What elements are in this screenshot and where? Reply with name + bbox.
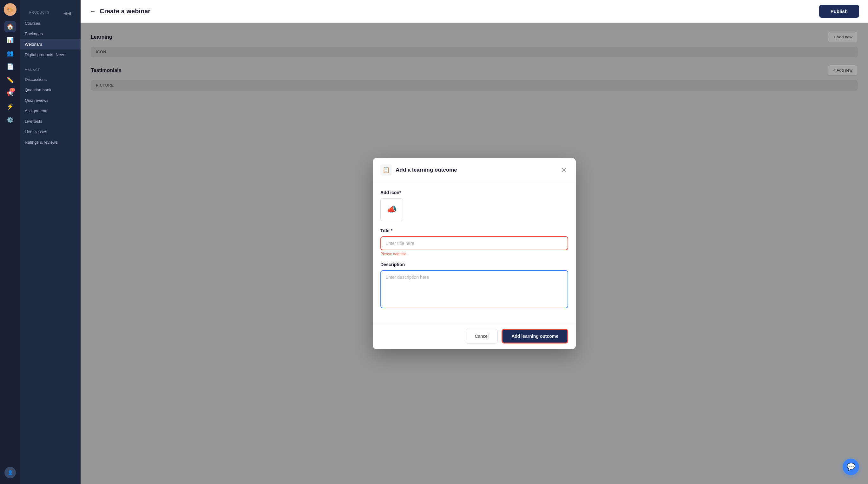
icon-selector[interactable]: 📣 (380, 198, 403, 221)
modal-footer: Cancel Add learning outcome (373, 323, 576, 349)
modal-header: 📋 Add a learning outcome ✕ (373, 158, 576, 182)
cancel-button[interactable]: Cancel (466, 329, 498, 344)
add-learning-outcome-button[interactable]: Add learning outcome (502, 329, 568, 344)
page-title: Create a webinar (100, 8, 819, 15)
sidebar-item-question-bank[interactable]: Question bank (20, 85, 81, 95)
manage-section-label: MANAGE (20, 63, 81, 74)
title-error-message: Please add title (380, 252, 568, 256)
topbar: ← Create a webinar Publish (81, 0, 868, 23)
publish-button[interactable]: Publish (819, 5, 859, 18)
sidebar-item-webinars[interactable]: Webinars (20, 39, 81, 50)
sidebar-item-courses[interactable]: Courses (20, 18, 81, 29)
title-input[interactable] (380, 236, 568, 250)
description-field-group: Description (380, 262, 568, 310)
chat-fab-icon: 💬 (847, 463, 855, 471)
sidebar-icon-documents[interactable]: 📄 (4, 61, 16, 72)
icon-field-group: Add icon* 📣 (380, 190, 568, 221)
sidebar-item-discussions-label: Discussions (25, 77, 46, 82)
description-field-label: Description (380, 262, 568, 267)
sidebar-icon-lightning[interactable]: ⚡ (4, 101, 16, 112)
sidebar-item-assignments-label: Assignments (25, 108, 48, 113)
sidebar-icon-design[interactable]: ✏️ (4, 74, 16, 86)
sidebar-item-live-classes-label: Live classes (25, 129, 47, 134)
sidebar-icon-settings[interactable]: ⚙️ (4, 114, 16, 126)
sidebar-item-live-tests[interactable]: Live tests (20, 116, 81, 127)
sidebar-item-live-classes[interactable]: Live classes (20, 127, 81, 137)
sidebar-item-digital-products[interactable]: Digital products New (20, 50, 81, 60)
user-avatar[interactable]: 👤 (4, 467, 16, 478)
sidebar-item-live-tests-label: Live tests (25, 119, 42, 124)
modal-overlay: 📋 Add a learning outcome ✕ Add icon* 📣 (81, 23, 868, 484)
selected-icon: 📣 (387, 204, 397, 215)
sidebar-icon-analytics[interactable]: 📊 (4, 34, 16, 46)
products-section-label: PRODUCTS (25, 6, 54, 17)
add-learning-outcome-modal: 📋 Add a learning outcome ✕ Add icon* 📣 (373, 158, 576, 349)
notification-badge: ⚡ (9, 88, 15, 92)
title-field-group: Title * Please add title (380, 228, 568, 256)
modal-title: Add a learning outcome (396, 167, 556, 173)
sidebar-item-quiz-reviews[interactable]: Quiz reviews (20, 95, 81, 106)
sidebar-icon-home[interactable]: 🏠 (4, 21, 16, 32)
content-area: Learning + Add new ICON Testimonials + A… (81, 23, 868, 484)
sidebar-item-discussions[interactable]: Discussions (20, 74, 81, 85)
icon-field-label: Add icon* (380, 190, 568, 195)
chat-fab-button[interactable]: 💬 (843, 459, 859, 475)
digital-products-badge: New (56, 52, 64, 57)
modal-close-button[interactable]: ✕ (559, 166, 568, 174)
sidebar-item-quiz-reviews-label: Quiz reviews (25, 98, 48, 103)
sidebar-item-digital-products-label: Digital products (25, 52, 53, 57)
sidebar-item-webinars-label: Webinars (25, 42, 42, 46)
avatar: 🎨 (4, 3, 17, 16)
sidebar-icon-users[interactable]: 👥 (4, 47, 16, 59)
description-input[interactable] (380, 270, 568, 308)
sidebar-right: PRODUCTS ◀◀ Courses Packages Webinars Di… (20, 0, 81, 484)
collapse-button[interactable]: ◀◀ (62, 8, 73, 18)
sidebar-item-courses-label: Courses (25, 21, 40, 26)
sidebar-icon-notifications[interactable]: 📢 ⚡ (4, 88, 16, 99)
modal-body: Add icon* 📣 Title * Please add title Des… (373, 182, 576, 323)
main-area: ← Create a webinar Publish Learning + Ad… (81, 0, 868, 484)
sidebar-item-packages[interactable]: Packages (20, 29, 81, 39)
sidebar-item-assignments[interactable]: Assignments (20, 106, 81, 116)
sidebar-item-ratings-reviews[interactable]: Ratings & reviews (20, 137, 81, 148)
sidebar-item-ratings-reviews-label: Ratings & reviews (25, 140, 58, 144)
title-field-label: Title * (380, 228, 568, 233)
sidebar-item-packages-label: Packages (25, 31, 43, 36)
sidebar-left: 🎨 🏠 📊 👥 📄 ✏️ 📢 ⚡ ⚡ ⚙️ 👤 (0, 0, 20, 484)
modal-header-icon: 📋 (380, 164, 392, 176)
sidebar-item-question-bank-label: Question bank (25, 88, 52, 92)
back-button[interactable]: ← (90, 8, 96, 15)
